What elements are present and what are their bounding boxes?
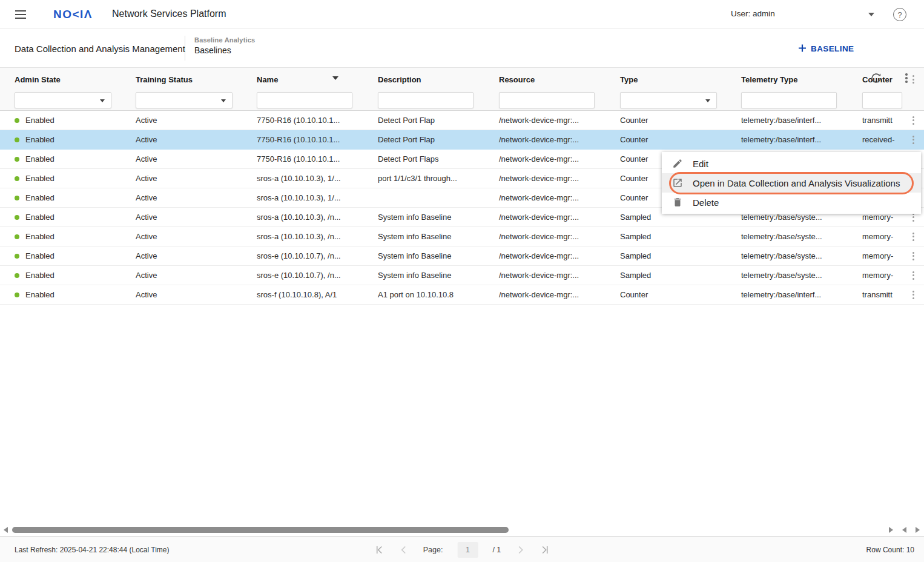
- description-value: Detect Port Flaps: [363, 154, 484, 164]
- status-dot: [15, 234, 19, 239]
- type-value: Sampled: [606, 213, 727, 222]
- counter-value: memory-: [848, 251, 902, 260]
- table-row[interactable]: Enabled Active sros-a (10.10.10.3), /n..…: [0, 227, 924, 246]
- status-dot: [15, 215, 19, 220]
- telemetry-type-value: telemetry:/base/syste...: [727, 251, 848, 260]
- trash-icon: [672, 197, 683, 208]
- last-page-icon[interactable]: [540, 545, 549, 555]
- user-label: User: admin: [731, 9, 775, 18]
- description-value: port 1/1/c3/1 through...: [363, 174, 484, 183]
- counter-value: received-: [848, 135, 902, 144]
- menu-item-open-in-visualizations[interactable]: Open in Data Collection and Analysis Vis…: [662, 173, 921, 193]
- column-header-resource[interactable]: Resource: [484, 75, 606, 84]
- column-scroll-right-icon[interactable]: [916, 527, 920, 533]
- row-actions-kebab-icon[interactable]: [909, 115, 917, 126]
- row-actions-kebab-icon[interactable]: [909, 134, 917, 145]
- menu-item-delete[interactable]: Delete: [662, 193, 921, 212]
- menu-item-edit[interactable]: Edit: [662, 154, 921, 173]
- row-actions-kebab-icon[interactable]: [909, 251, 917, 262]
- chevron-down-icon: [100, 99, 105, 102]
- view-selector[interactable]: Baseline Analytics Baselines: [194, 36, 255, 55]
- admin-state-value: Enabled: [25, 232, 54, 241]
- status-dot: [15, 137, 19, 142]
- resource-value: /network-device-mgr:...: [484, 271, 606, 280]
- admin-state-value: Enabled: [25, 290, 54, 299]
- status-dot: [15, 273, 19, 278]
- resource-value: /network-device-mgr:...: [484, 135, 606, 144]
- divider: [185, 36, 185, 61]
- status-dot: [15, 293, 19, 297]
- telemetry-type-filter-input[interactable]: [741, 92, 837, 108]
- toolbar-kebab-icon[interactable]: [902, 73, 911, 84]
- add-baseline-button[interactable]: BASELINE: [798, 44, 854, 53]
- row-actions-kebab-icon[interactable]: [909, 270, 917, 281]
- name-value: sros-a (10.10.10.3), /n...: [242, 213, 363, 222]
- admin-state-value: Enabled: [25, 154, 54, 164]
- description-value: Detect Port Flap: [363, 116, 484, 125]
- refresh-icon[interactable]: [870, 71, 883, 85]
- pencil-icon: [672, 158, 683, 169]
- resource-filter-input[interactable]: [499, 92, 595, 108]
- first-page-icon[interactable]: [375, 545, 384, 555]
- next-page-icon[interactable]: [515, 545, 525, 555]
- training-status-value: Active: [121, 251, 242, 260]
- telemetry-type-value: telemetry:/base/syste...: [727, 232, 848, 241]
- admin-state-value: Enabled: [25, 135, 54, 144]
- name-value: sros-e (10.10.10.7), /n...: [242, 271, 363, 280]
- training-status-value: Active: [121, 213, 242, 222]
- table-filter-row: [0, 91, 924, 111]
- column-header-admin-state[interactable]: Admin State: [0, 75, 121, 84]
- user-menu-caret-icon[interactable]: [868, 13, 874, 16]
- row-actions-kebab-icon[interactable]: [909, 289, 917, 300]
- column-header-description[interactable]: Description: [363, 75, 484, 84]
- training-status-filter-select[interactable]: [136, 92, 233, 108]
- hamburger-menu-icon[interactable]: [15, 10, 26, 21]
- view-selector-caret-icon[interactable]: [332, 76, 338, 80]
- scroll-right-arrow-icon[interactable]: [889, 527, 893, 533]
- page-label: Page:: [423, 546, 443, 554]
- toolbar: Data Collection and Analysis Management …: [0, 29, 924, 68]
- table-row[interactable]: Enabled Active 7750-R16 (10.10.10.1... D…: [0, 111, 924, 130]
- training-status-value: Active: [121, 174, 242, 183]
- counter-filter-input[interactable]: [862, 92, 902, 108]
- app-title: Network Services Platform: [112, 8, 226, 19]
- page-number-input[interactable]: 1: [457, 542, 478, 558]
- column-header-telemetry-type[interactable]: Telemetry Type: [727, 75, 848, 84]
- admin-state-filter-select[interactable]: [15, 92, 111, 108]
- counter-value: transmitt: [848, 116, 902, 125]
- chevron-down-icon: [705, 99, 710, 102]
- type-filter-select[interactable]: [620, 92, 717, 108]
- training-status-value: Active: [121, 232, 242, 241]
- type-value: Sampled: [606, 232, 727, 241]
- column-header-name[interactable]: Name: [242, 75, 363, 84]
- name-value: sros-a (10.10.10.3), /n...: [242, 232, 363, 241]
- status-dot: [15, 157, 19, 162]
- table-row[interactable]: Enabled Active sros-e (10.10.10.7), /n..…: [0, 246, 924, 266]
- plus-icon: [798, 44, 807, 53]
- nokia-logo: NO<IΛ: [53, 8, 93, 21]
- admin-state-value: Enabled: [25, 193, 54, 202]
- column-header-training-status[interactable]: Training Status: [121, 75, 242, 84]
- training-status-value: Active: [121, 290, 242, 299]
- description-value: System info Baseline: [363, 213, 484, 222]
- name-value: sros-e (10.10.10.7), /n...: [242, 251, 363, 260]
- chevron-down-icon: [221, 99, 226, 102]
- table-row[interactable]: Enabled Active 7750-R16 (10.10.10.1... D…: [0, 130, 924, 150]
- previous-page-icon[interactable]: [399, 545, 409, 555]
- view-selector-label: Baseline Analytics: [194, 36, 255, 44]
- type-value: Counter: [606, 135, 727, 144]
- open-in-new-icon: [672, 177, 683, 188]
- name-filter-input[interactable]: [257, 92, 352, 108]
- scrollbar-thumb[interactable]: [12, 527, 509, 533]
- description-filter-input[interactable]: [378, 92, 474, 108]
- help-icon[interactable]: ?: [893, 8, 906, 21]
- counter-value: transmitt: [848, 290, 902, 299]
- row-actions-kebab-icon[interactable]: [909, 231, 917, 242]
- scroll-left-arrow-icon[interactable]: [4, 527, 8, 533]
- table-row[interactable]: Enabled Active sros-e (10.10.10.7), /n..…: [0, 266, 924, 285]
- column-header-type[interactable]: Type: [606, 75, 727, 84]
- table-row[interactable]: Enabled Active sros-f (10.10.10.8), A/1 …: [0, 285, 924, 305]
- column-scroll-left-icon[interactable]: [902, 527, 906, 533]
- name-value: 7750-R16 (10.10.10.1...: [242, 154, 363, 164]
- type-value: Counter: [606, 290, 727, 299]
